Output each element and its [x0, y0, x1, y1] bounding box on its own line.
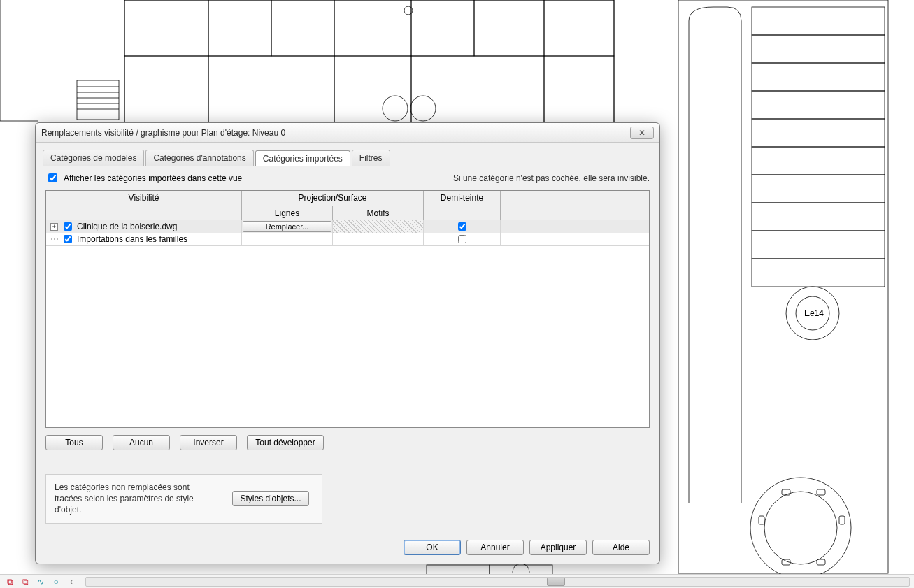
svg-text:Ee14: Ee14 — [804, 308, 824, 318]
svg-rect-32 — [782, 489, 790, 495]
tab-imported-categories[interactable]: Catégories importées — [255, 150, 350, 166]
svg-rect-7 — [544, 0, 614, 56]
status-bar: ⧉ ⧉ ∿ ○ ‹ — [0, 574, 914, 588]
pattern-swatch[interactable] — [333, 220, 423, 233]
col-blank — [501, 191, 649, 220]
object-styles-note-text: Les catégories non remplacées sont tracé… — [55, 482, 215, 516]
status-icon-4[interactable]: ○ — [50, 576, 62, 587]
select-all-button[interactable]: Tous — [45, 435, 103, 450]
svg-rect-6 — [474, 0, 544, 56]
close-icon: ✕ — [638, 128, 645, 138]
selection-buttons: Tous Aucun Inverser Tout développer — [45, 428, 650, 450]
cancel-button[interactable]: Annuler — [466, 540, 524, 555]
col-group-projection-surface: Projection/Surface — [242, 191, 424, 206]
object-styles-button[interactable]: Styles d'objets... — [232, 491, 309, 506]
svg-rect-5 — [411, 0, 474, 56]
expand-all-button[interactable]: Tout développer — [247, 435, 324, 450]
status-icon-2[interactable]: ⧉ — [20, 576, 31, 587]
svg-rect-10 — [334, 56, 411, 122]
categories-grid: Visibilité Projection/Surface Demi-teint… — [45, 190, 650, 428]
svg-point-14 — [383, 96, 408, 121]
status-icon-1[interactable]: ⧉ — [4, 576, 15, 587]
col-visibility[interactable]: Visibilité — [46, 191, 242, 220]
lines-override-button[interactable]: Remplacer... — [243, 221, 331, 232]
svg-rect-17 — [752, 7, 885, 35]
tab-strip: Catégories de modèles Catégories d'annot… — [36, 143, 659, 166]
invert-selection-button[interactable]: Inverser — [180, 435, 237, 450]
table-row[interactable]: ⋯ Importations dans les familles — [46, 233, 649, 245]
dialog-buttons: OK Annuler Appliquer Aide — [36, 531, 659, 564]
tab-model-categories[interactable]: Catégories de modèles — [43, 150, 144, 166]
svg-point-31 — [764, 492, 837, 564]
show-imported-categories-toggle[interactable]: Afficher les catégories importées dans c… — [45, 171, 242, 185]
grid-body: + Clinique de la boiserie.dwg Remplacer.… — [46, 220, 649, 427]
select-none-button[interactable]: Aucun — [113, 435, 170, 450]
dialog-titlebar: Remplacements visibilité / graphisme pou… — [36, 123, 659, 143]
tab-annotation-categories[interactable]: Catégories d'annotations — [145, 150, 253, 166]
col-lines[interactable]: Lignes — [242, 206, 333, 220]
svg-rect-20 — [752, 91, 885, 119]
apply-button[interactable]: Appliquer — [529, 540, 587, 555]
svg-rect-4 — [334, 0, 411, 56]
svg-rect-35 — [839, 516, 845, 524]
expand-icon[interactable]: + — [50, 223, 58, 231]
svg-rect-18 — [752, 35, 885, 63]
svg-rect-3 — [271, 0, 334, 56]
svg-point-30 — [750, 478, 851, 578]
scrollbar-thumb[interactable] — [547, 578, 565, 586]
svg-rect-23 — [752, 175, 885, 203]
svg-rect-2 — [208, 0, 271, 56]
svg-rect-26 — [752, 259, 885, 287]
table-row[interactable]: + Clinique de la boiserie.dwg Remplacer.… — [46, 220, 649, 233]
svg-rect-34 — [759, 516, 764, 524]
halftone-checkbox[interactable] — [458, 222, 466, 231]
show-imported-categories-checkbox[interactable] — [48, 173, 57, 182]
ok-button[interactable]: OK — [404, 540, 461, 555]
svg-rect-24 — [752, 203, 885, 231]
svg-rect-41 — [77, 80, 119, 120]
help-button[interactable]: Aide — [592, 540, 650, 555]
row-name: Importations dans les familles — [77, 234, 187, 244]
svg-rect-19 — [752, 63, 885, 91]
close-button[interactable]: ✕ — [630, 127, 654, 139]
svg-rect-9 — [208, 56, 334, 122]
svg-rect-37 — [817, 559, 825, 565]
row-name: Clinique de la boiserie.dwg — [77, 222, 177, 231]
visibility-graphics-dialog: Remplacements visibilité / graphisme pou… — [35, 122, 660, 564]
unchecked-invisible-hint: Si une catégorie n'est pas cochée, elle … — [453, 173, 650, 183]
object-styles-note: Les catégories non remplacées sont tracé… — [45, 474, 322, 524]
tree-leaf-icon: ⋯ — [50, 234, 58, 244]
svg-rect-1 — [124, 0, 208, 56]
tab-filters[interactable]: Filtres — [352, 150, 390, 166]
row-visibility-checkbox[interactable] — [64, 235, 72, 243]
grid-header: Visibilité Projection/Surface Demi-teint… — [46, 191, 649, 220]
svg-point-15 — [410, 96, 436, 121]
row-visibility-checkbox[interactable] — [64, 222, 72, 231]
svg-rect-25 — [752, 231, 885, 259]
dialog-title: Remplacements visibilité / graphisme pou… — [41, 128, 630, 138]
svg-rect-33 — [817, 489, 825, 495]
svg-rect-22 — [752, 147, 885, 175]
svg-rect-8 — [124, 56, 208, 122]
halftone-checkbox[interactable] — [458, 235, 466, 243]
show-imported-categories-label: Afficher les catégories importées dans c… — [64, 173, 242, 183]
col-patterns[interactable]: Motifs — [333, 206, 424, 220]
svg-rect-21 — [752, 119, 885, 147]
col-halftone[interactable]: Demi-teinte — [424, 191, 501, 220]
svg-rect-0 — [124, 0, 614, 122]
svg-rect-11 — [411, 56, 544, 122]
svg-rect-12 — [544, 56, 614, 122]
horizontal-scrollbar[interactable] — [85, 577, 910, 587]
status-icon-3[interactable]: ∿ — [35, 576, 46, 587]
scroll-left-icon[interactable]: ‹ — [66, 576, 77, 587]
